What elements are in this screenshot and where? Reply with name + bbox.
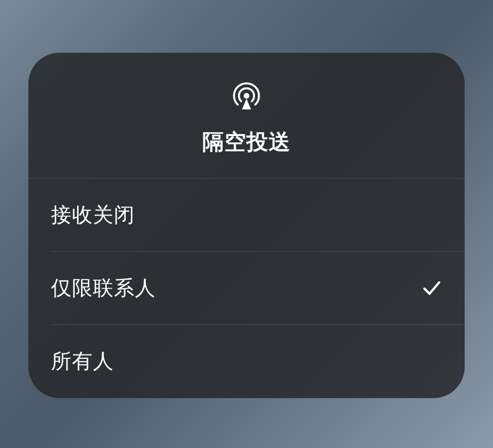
option-label: 仅限联系人 <box>51 274 156 302</box>
airdrop-icon <box>231 80 262 112</box>
option-label: 接收关闭 <box>51 201 135 229</box>
svg-point-0 <box>244 93 249 99</box>
option-label: 所有人 <box>51 348 114 375</box>
airdrop-modal: 隔空投送 接收关闭 仅限联系人 所有人 <box>28 53 465 398</box>
option-receiving-off[interactable]: 接收关闭 <box>28 179 465 252</box>
checkmark-icon <box>422 278 442 298</box>
modal-header: 隔空投送 <box>28 53 465 179</box>
modal-title: 隔空投送 <box>202 128 291 157</box>
options-list: 接收关闭 仅限联系人 所有人 <box>28 179 465 398</box>
option-everyone[interactable]: 所有人 <box>28 325 465 398</box>
option-contacts-only[interactable]: 仅限联系人 <box>28 252 465 325</box>
